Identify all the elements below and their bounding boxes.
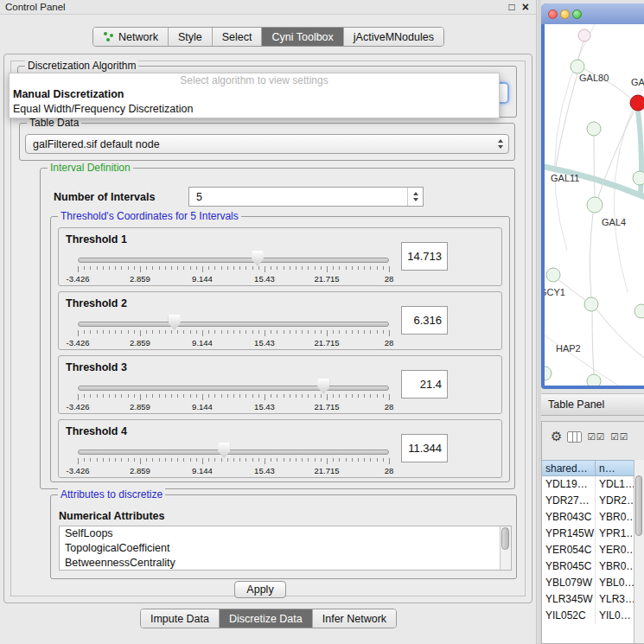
tick-mark [358,266,359,270]
threshold-slider[interactable]: -3.4262.8599.14415.4321.71528 [78,228,389,285]
network-node[interactable] [630,95,644,111]
threshold-value-input[interactable]: 6.316 [401,306,448,335]
list-scrollbar-thumb[interactable] [501,527,509,550]
table-row[interactable]: YBR043CYBR0… [542,509,634,526]
threshold-value-input[interactable]: 11.344 [401,434,448,462]
number-of-intervals-spinner[interactable]: 5 [188,187,424,207]
table-row[interactable]: YDL19…YDL1… [542,476,634,493]
tick-mark [308,330,309,334]
table-data-dropdown[interactable]: galFiltered.sif default node [25,134,509,154]
attribute-list-item[interactable]: SelfLoops [60,526,511,541]
scale-label: -3.426 [67,338,90,348]
network-node[interactable] [546,268,560,282]
apply-button[interactable]: Apply [234,581,286,598]
network-graph[interactable]: GAL80GAGAL11GAL4GCY1HAP2 [545,24,644,386]
network-node[interactable] [584,297,598,311]
network-node[interactable] [545,367,552,380]
tick-mark [370,458,371,462]
table-row[interactable]: YLR345WYLR3… [542,591,634,608]
tick-mark [352,458,353,462]
zoom-traffic-light-icon[interactable] [572,10,582,19]
list-scrollbar[interactable] [500,526,511,570]
tick-mark [152,266,153,270]
threshold-slider[interactable]: -3.4262.8599.14415.4321.71528 [78,356,389,413]
cell-name: YBR0… [596,558,634,575]
group-title-interval-definition: Interval Definition [48,162,133,174]
close-icon[interactable]: × [522,0,529,15]
table-row[interactable]: YDR27…YDR2… [542,493,634,509]
table-scrollbar-thumb[interactable] [635,475,642,536]
bottom-tab-infer-network[interactable]: Infer Network [313,609,396,628]
table-scrollbar[interactable] [634,460,644,643]
minimize-traffic-light-icon[interactable] [560,10,570,19]
close-traffic-light-icon[interactable] [548,10,558,19]
attribute-list-item[interactable]: TopologicalCoefficient [60,541,511,556]
table-row[interactable]: YIL052CYIL0… [542,608,634,624]
network-node[interactable] [571,60,584,73]
algorithm-popup: Select algorithm to view settings Manual… [9,73,500,118]
table-row[interactable]: YPR145WYPR1… [542,526,634,542]
attribute-list-item[interactable]: BetweennessCentrality [60,556,511,571]
slider-thumb[interactable] [169,315,181,330]
threshold-value-input[interactable]: 14.713 [401,242,448,271]
slider-thumb[interactable] [317,379,329,394]
select-rows-icon[interactable]: ☑☑ [610,431,628,442]
network-edge [555,73,577,171]
gear-icon[interactable]: ⚙ [551,429,562,444]
slider-thumb[interactable] [218,443,230,458]
network-node[interactable] [587,122,601,136]
network-window-titlebar[interactable] [541,3,644,24]
network-edge [592,311,594,374]
tab-label: Select [222,31,252,43]
network-node[interactable] [578,29,590,41]
tick-mark [84,330,85,334]
threshold-slider[interactable]: -3.4262.8599.14415.4321.71528 [78,292,389,349]
network-node[interactable] [587,374,601,386]
network-node[interactable] [587,197,603,213]
bottom-tab-label: Infer Network [322,613,386,625]
float-window-icon[interactable]: □ [509,0,515,15]
algorithm-option-manual-discretization[interactable]: Manual Discretization [10,87,499,102]
tick-mark [315,394,316,398]
column-header-shared-name[interactable]: shared… [542,460,596,476]
tab-network[interactable]: Network [93,28,169,46]
tick-mark [302,330,303,334]
tick-mark [233,330,234,334]
tick-mark [196,266,197,270]
network-canvas[interactable]: GAL80GAGAL11GAL4GCY1HAP2 [545,24,644,386]
tab-cyni-toolbox[interactable]: Cyni Toolbox [262,28,343,46]
tick-mark [245,266,246,270]
column-header-name[interactable]: n… [596,460,634,476]
network-node[interactable] [633,171,644,185]
numerical-attributes-list[interactable]: SelfLoopsTopologicalCoefficientBetweenne… [59,526,512,571]
tick-mark [352,394,353,398]
tick-mark [103,458,104,462]
tick-mark [84,458,85,462]
tick-mark [245,458,246,462]
algorithm-option-equal-width-frequency-discretization[interactable]: Equal Width/Frequency Discretization [10,102,499,117]
tick-mark [389,394,390,400]
slider-thumb[interactable] [252,251,264,266]
spinner-stepper-icon[interactable] [407,188,423,206]
tab-style[interactable]: Style [169,28,213,46]
table-row[interactable]: YER054CYER0… [542,542,634,558]
bottom-tab-discretize-data[interactable]: Discretize Data [220,609,313,628]
tab-group: NetworkStyleSelectCyni ToolboxjActiveMNo… [92,27,444,47]
bottom-tab-impute-data[interactable]: Impute Data [141,609,220,628]
bottom-tab-group: Impute DataDiscretize DataInfer Network [140,609,397,628]
table-row[interactable]: YBL079WYBL0… [542,575,634,591]
slider-track [78,258,389,263]
tab-jactivemnodules[interactable]: jActiveMNodules [344,28,443,46]
tick-mark [146,330,147,334]
table-row[interactable]: YBR045CYBR0… [542,558,634,575]
threshold-value-input[interactable]: 21.4 [401,370,448,399]
tab-label: Cyni Toolbox [271,31,333,43]
tab-select[interactable]: Select [213,28,263,46]
number-of-intervals-value: 5 [189,191,407,203]
threshold-slider[interactable]: -3.4262.8599.14415.4321.71528 [78,420,389,477]
network-node[interactable] [634,304,644,318]
show-columns-icon[interactable]: ☑☑ [587,431,605,442]
tick-mark [233,458,234,462]
column-settings-icon[interactable] [567,431,582,443]
scale-label: 21.715 [314,466,339,475]
